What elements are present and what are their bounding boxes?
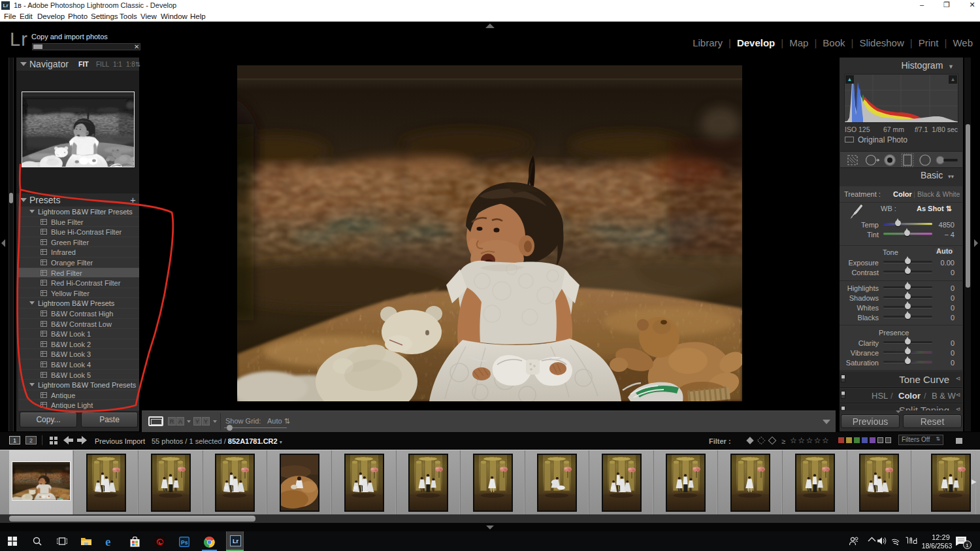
svg-text:Ps: Ps xyxy=(181,539,188,546)
